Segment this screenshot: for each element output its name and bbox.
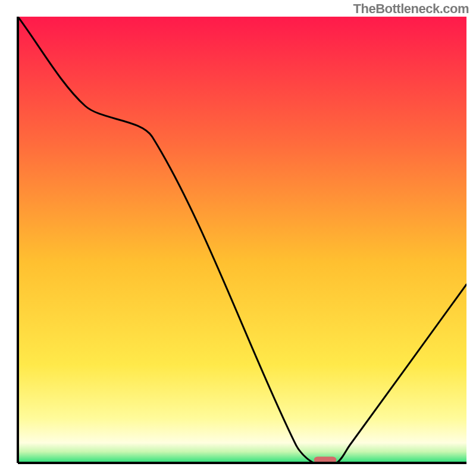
plot-background	[18, 17, 466, 463]
bottleneck-chart	[0, 0, 476, 476]
